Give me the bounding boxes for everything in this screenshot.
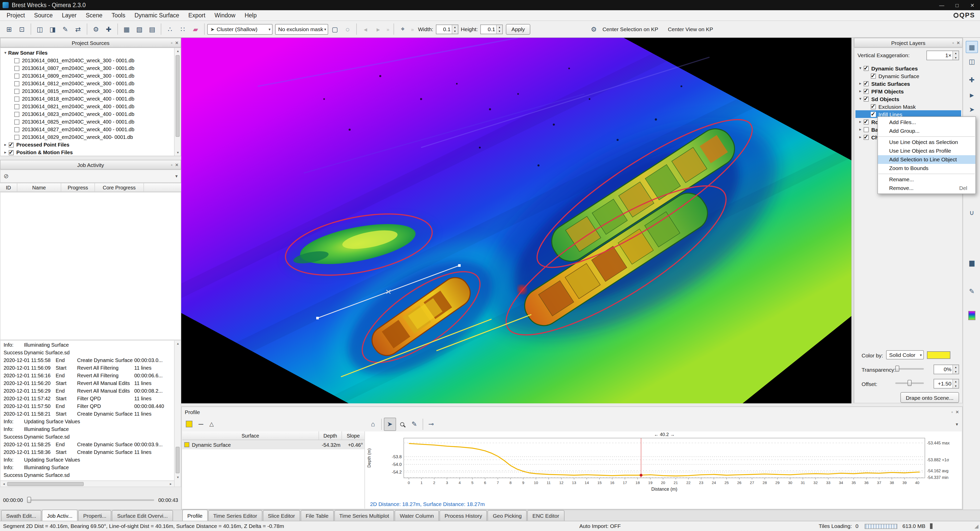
scroll-down-icon[interactable]: ▾ <box>175 474 181 480</box>
transparency-slider[interactable] <box>895 365 924 373</box>
raw-sonar-files-root[interactable]: ▾ Raw Sonar Files <box>0 49 181 57</box>
colorbar-icon[interactable] <box>966 309 978 322</box>
menu-project[interactable]: Project <box>2 12 30 18</box>
shade-surface-icon[interactable]: ▤ <box>146 22 158 36</box>
scroll-right-icon[interactable]: ▸ <box>167 481 174 487</box>
tab-file-table[interactable]: File Table <box>301 510 334 521</box>
sources-scrollbar[interactable]: ▴ ▾ <box>174 48 181 156</box>
histogram-panel-icon[interactable]: ▆ <box>966 256 978 269</box>
expander-icon[interactable]: ▸ <box>858 81 863 86</box>
center-view-kp-button[interactable]: Center View on KP <box>668 26 713 32</box>
zoom-to-project-icon[interactable]: ⊞ <box>3 22 15 36</box>
highlight-marker-icon[interactable]: ▰ <box>189 22 202 36</box>
sonar-file-row[interactable]: 20130614_0809_em2040C_wreck_300 - 0001.d… <box>0 72 181 80</box>
tab-time-series-multiplot[interactable]: Time Series Multiplot <box>334 510 394 521</box>
layer-checkbox[interactable] <box>871 112 876 116</box>
select-lasso-icon[interactable]: ◌ <box>342 22 354 36</box>
file-checkbox[interactable] <box>14 112 19 116</box>
layer-item-dynamic-surface[interactable]: Dynamic Surface <box>856 72 961 80</box>
expander-icon[interactable]: ▾ <box>3 51 8 55</box>
profile-chart[interactable]: -53.8-54.0-54.2-53.445 max-53.882 +1σ-54… <box>366 431 962 499</box>
file-checkbox[interactable] <box>14 89 19 94</box>
zoom-icon[interactable] <box>396 418 408 431</box>
file-checkbox[interactable] <box>14 104 19 109</box>
auto-process-icon[interactable]: ✚ <box>103 22 115 36</box>
sonar-file-row[interactable]: 20130614_0815_em2040C_wreck_300 - 0001.d… <box>0 87 181 95</box>
job-activity-table-body[interactable] <box>0 192 181 340</box>
tab-process-history[interactable]: Process History <box>439 510 487 521</box>
home-view-icon[interactable]: ⌂ <box>367 418 379 431</box>
expander-icon[interactable]: ▸ <box>858 89 863 93</box>
kp-gears-icon[interactable]: ⚙ <box>588 22 600 36</box>
tab-profile[interactable]: Profile <box>182 510 208 521</box>
tab-properti[interactable]: Properti... <box>78 510 111 521</box>
layer-item-dynamic-surfaces[interactable]: ▾Dynamic Surfaces <box>856 64 961 72</box>
layer-item-static-surfaces[interactable]: ▸Static Surfaces <box>856 80 961 87</box>
menu-scene[interactable]: Scene <box>81 12 107 18</box>
pick-profile-icon[interactable]: ⊸ <box>425 418 437 431</box>
tab-enc-editor[interactable]: ENC Editor <box>527 510 564 521</box>
file-checkbox[interactable] <box>14 96 19 101</box>
center-selection-kp-button[interactable]: Center Selection on KP <box>603 26 658 32</box>
undock-icon[interactable]: ▫ <box>171 40 172 45</box>
transparency-spinner[interactable]: 0% ▴▾ <box>934 365 959 374</box>
layer-checkbox[interactable] <box>864 127 869 132</box>
layer-item-pfm-objects[interactable]: ▸PFM Objects <box>856 87 961 95</box>
project-sources-tree[interactable]: ▾ Raw Sonar Files 20130614_0801_em2040C_… <box>0 48 181 156</box>
layer-checkbox[interactable] <box>864 119 869 124</box>
scene-3d-view[interactable] <box>181 38 851 403</box>
apply-button[interactable]: Apply <box>506 24 531 35</box>
menu-tools[interactable]: Tools <box>107 12 130 18</box>
flag-tool-icon[interactable]: ► <box>966 89 978 101</box>
log-hscrollbar[interactable]: ◂ ▸ <box>0 480 174 486</box>
kp-target-icon[interactable]: ⌖ <box>396 22 409 36</box>
pointer-tool-icon[interactable]: ➤ <box>966 103 978 115</box>
tab-water-column[interactable]: Water Column <box>395 510 439 521</box>
profile-table-row[interactable]: Dynamic Surface -54.32m +0.46° <box>182 440 364 449</box>
tab-surface-edit-overvi[interactable]: Surface Edit Overvi... <box>112 510 173 521</box>
tab-job-activ[interactable]: Job Activ... <box>42 510 78 521</box>
processed-point-files-row[interactable]: ▸ Processed Point Files <box>0 141 181 148</box>
checkbox[interactable] <box>9 142 14 147</box>
layer-item-exclusion-mask[interactable]: Exclusion Mask <box>856 103 961 110</box>
overflow-icon[interactable]: » <box>385 22 391 36</box>
prev-selection-icon[interactable]: ◂ <box>360 22 372 36</box>
maximize-icon[interactable]: □ <box>950 0 965 10</box>
sync-data-icon[interactable]: ⇄ <box>72 22 84 36</box>
context-menu-remove[interactable]: Remove...Del <box>878 184 975 193</box>
scroll-left-icon[interactable]: ◂ <box>0 481 7 487</box>
drape-onto-scene-button[interactable]: Drape onto Scene... <box>900 392 959 403</box>
close-panel-icon[interactable]: ✕ <box>956 409 959 415</box>
layer-checkbox[interactable] <box>871 104 876 109</box>
sonar-file-row[interactable]: 20130614_0801_em2040C_wreck_300 - 0001.d… <box>0 57 181 64</box>
context-menu-rename[interactable]: Rename... <box>878 175 975 184</box>
layer-checkbox[interactable] <box>864 89 869 94</box>
collapse-icon[interactable]: ▾ <box>956 421 958 427</box>
process-settings-icon[interactable]: ⚙ <box>90 22 102 36</box>
sonar-file-row[interactable]: 20130614_0812_em2040C_wreck_300 - 0001.d… <box>0 80 181 87</box>
new-surface-icon[interactable]: ▦ <box>121 22 133 36</box>
color-by-combo[interactable]: Solid Color▾ <box>886 350 924 359</box>
width-spinner[interactable]: 0.1 ▴▾ <box>436 24 458 34</box>
layers-table-icon[interactable]: ▦ <box>966 41 978 53</box>
profile-color-swatch[interactable] <box>186 421 192 427</box>
export-data-icon[interactable]: ◨ <box>46 22 59 36</box>
soundings-dense-icon[interactable]: ∷ <box>177 22 189 36</box>
edit-profile-icon[interactable]: ✎ <box>408 418 420 431</box>
exclusion-mask-combo[interactable]: No exclusion mask▾ <box>275 24 328 35</box>
expander-icon[interactable]: ▸ <box>3 150 8 155</box>
overflow-icon[interactable]: » <box>409 22 415 36</box>
add-raw-sonar-icon[interactable]: ◫ <box>34 22 46 36</box>
line-style-icon[interactable]: ─ <box>199 420 203 428</box>
undock-icon[interactable]: ▫ <box>953 40 954 45</box>
collapse-icon[interactable]: ▾ <box>175 174 178 179</box>
sonar-file-row[interactable]: 20130614_0821_em2040C_wreck_400 - 0001.d… <box>0 103 181 110</box>
menu-source[interactable]: Source <box>30 12 57 18</box>
sonar-file-row[interactable]: 20130614_0829_em2040C_wreck_400- 0001.db <box>0 133 181 141</box>
soundings-icon[interactable]: ∴ <box>164 22 176 36</box>
file-checkbox[interactable] <box>14 119 19 124</box>
file-checkbox[interactable] <box>14 73 19 78</box>
minimize-icon[interactable]: — <box>934 0 950 10</box>
cursor-mode-combo[interactable]: ➤ Cluster (Shallow)▾ <box>207 24 272 35</box>
sonar-file-row[interactable]: 20130614_0818_em2040C_wreck_400 - 0001.d… <box>0 95 181 103</box>
